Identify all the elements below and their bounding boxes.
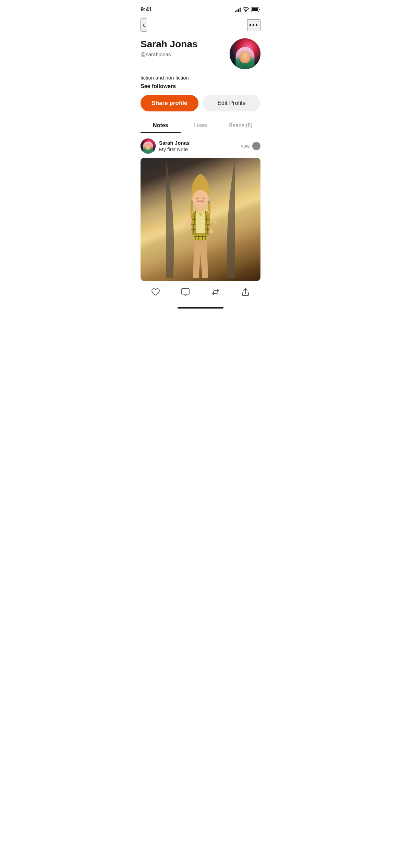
profile-header: Sarah Jonas @sarahjonas: [134, 35, 267, 69]
note-status-dot: [252, 142, 260, 150]
note-image[interactable]: [141, 158, 260, 281]
profile-bio: fiction and non fiction: [134, 69, 267, 82]
tab-reads[interactable]: Reads (8): [220, 118, 260, 133]
home-indicator: [134, 303, 267, 311]
svg-point-22: [208, 201, 210, 204]
home-bar: [178, 307, 223, 309]
profile-info: Sarah Jonas @sarahjonas: [141, 38, 230, 57]
note-avatar-image: [141, 138, 156, 154]
see-followers-link[interactable]: See followers: [141, 83, 176, 89]
repost-button[interactable]: [209, 286, 222, 298]
status-bar: 9:41: [134, 0, 267, 17]
svg-point-20: [203, 197, 205, 199]
status-icons: [235, 7, 261, 12]
svg-point-21: [191, 201, 193, 204]
svg-point-19: [196, 197, 198, 199]
profile-name: Sarah Jonas: [141, 38, 224, 50]
note-avatar: [141, 138, 156, 154]
action-buttons: Share profile Edit Profile: [134, 95, 267, 118]
note-image-placeholder: [141, 158, 260, 281]
note-user-details: Sarah Jonas My first Note: [159, 140, 190, 152]
share-profile-button[interactable]: Share profile: [141, 95, 198, 111]
status-time: 9:41: [141, 6, 152, 13]
svg-point-23: [199, 214, 202, 216]
nav-bar: ‹ •••: [134, 17, 267, 35]
battery-icon: [251, 7, 260, 12]
signal-bars-icon: [235, 7, 241, 12]
note-user-info: Sarah Jonas My first Note: [141, 138, 190, 154]
note-item: Sarah Jonas My first Note now: [134, 133, 267, 281]
like-button[interactable]: [149, 286, 162, 298]
note-meta: now: [241, 142, 260, 150]
more-button[interactable]: •••: [247, 19, 260, 31]
wifi-icon: [243, 7, 249, 12]
tab-notes[interactable]: Notes: [141, 118, 181, 133]
note-time: now: [241, 143, 250, 149]
note-username: Sarah Jonas: [159, 140, 190, 146]
tab-likes[interactable]: Likes: [181, 118, 221, 133]
fashion-figure-svg: [166, 161, 235, 278]
note-header: Sarah Jonas My first Note now: [141, 138, 260, 154]
comment-button[interactable]: [179, 286, 192, 298]
tabs-bar: Notes Likes Reads (8): [134, 118, 267, 133]
edit-profile-button[interactable]: Edit Profile: [203, 95, 260, 111]
avatar-image: [230, 38, 260, 69]
svg-point-18: [192, 190, 209, 209]
share-button[interactable]: [239, 286, 252, 298]
profile-followers[interactable]: See followers: [134, 82, 267, 95]
back-button[interactable]: ‹: [141, 19, 147, 32]
note-actions: [134, 281, 267, 303]
avatar: [230, 38, 260, 69]
profile-handle: @sarahjonas: [141, 51, 224, 57]
svg-rect-1: [252, 8, 258, 11]
note-text: My first Note: [159, 146, 190, 152]
